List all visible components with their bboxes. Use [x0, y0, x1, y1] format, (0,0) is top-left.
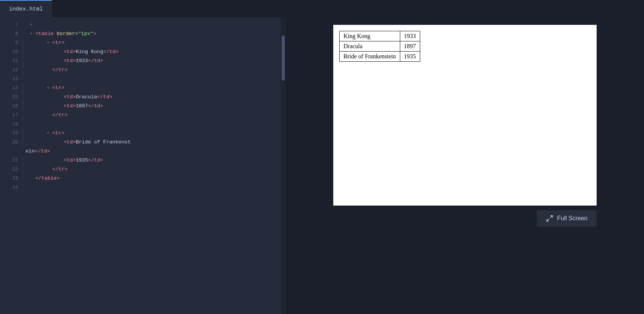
code-token: <td>: [64, 138, 76, 147]
code-line: </tr>: [23, 111, 281, 120]
preview-table-year: 1933: [400, 31, 420, 41]
code-token: <tr>: [52, 84, 64, 93]
code-token: "1px": [78, 29, 93, 38]
tab-label: index.html: [9, 6, 43, 12]
code-token: 1933: [76, 56, 88, 66]
line-number: 7: [15, 20, 18, 29]
code-line: ▼<tr>: [23, 84, 281, 93]
code-token: <tr>: [52, 129, 64, 138]
code-line: <td>Dracula</td>: [23, 93, 281, 102]
line-number: 21: [12, 156, 18, 165]
line-number: 12: [12, 66, 18, 75]
line-number: 14: [12, 84, 18, 93]
code-line: </table>: [23, 174, 281, 183]
line-number: 11: [12, 56, 18, 66]
editor-panel: 789101112131415161718192021222324 ▼▼<tab…: [0, 17, 286, 314]
line-number: 17: [12, 111, 18, 120]
code-token: </td>: [88, 156, 103, 165]
code-token: <tr>: [52, 38, 64, 47]
fold-arrow-icon[interactable]: ▼: [47, 129, 52, 138]
line-number: 24: [12, 183, 18, 192]
code-area[interactable]: ▼▼<table border="1px">▼<tr><td>King Kong…: [23, 17, 281, 314]
code-line: ▼<tr>: [23, 38, 281, 47]
code-line: <td>1935</td>: [23, 156, 281, 165]
line-number: 16: [12, 102, 18, 111]
preview-table-row: Bride of Frankenstein1935: [340, 52, 420, 62]
line-number: 8: [15, 29, 18, 38]
code-line: <td>King Kong</td>: [23, 47, 281, 56]
fullscreen-label: Full Screen: [557, 215, 588, 222]
tab-bar: index.html: [0, 0, 644, 17]
code-token: King Kong: [76, 47, 103, 56]
code-line: <td>1897</td>: [23, 102, 281, 111]
code-token: </td>: [103, 47, 118, 56]
preview-table-title: Bride of Frankenstein: [340, 52, 400, 62]
tab-index-html[interactable]: index.html: [0, 0, 52, 17]
line-number: 9: [15, 38, 18, 47]
preview-table-row: King Kong1933: [340, 31, 420, 41]
code-token: </tr>: [52, 111, 68, 120]
preview-table-title: Dracula: [340, 41, 400, 52]
code-token: 1897: [76, 102, 88, 111]
code-token: <table: [35, 29, 57, 38]
code-line: <td>1933</td>: [23, 56, 281, 66]
scrollbar-track[interactable]: [281, 17, 286, 314]
code-token: <td>: [64, 56, 76, 66]
code-line: ▼<tr>: [23, 129, 281, 138]
preview-table-year: 1897: [400, 41, 420, 52]
code-line: [23, 183, 281, 192]
fullscreen-button[interactable]: Full Screen: [537, 210, 597, 227]
main-area: 789101112131415161718192021222324 ▼▼<tab…: [0, 17, 644, 314]
code-line: ein</td>: [23, 147, 281, 156]
preview-table-title: King Kong: [340, 31, 400, 41]
code-line: ▼: [23, 20, 281, 29]
code-line: </tr>: [23, 66, 281, 75]
fullscreen-icon: [546, 215, 553, 222]
code-line: </tr>: [23, 165, 281, 174]
code-token: <td>: [64, 93, 76, 102]
code-line: <td>Bride of Frankenst: [23, 138, 281, 147]
code-token: border: [57, 29, 75, 38]
code-line: ▼<table border="1px">: [23, 29, 281, 38]
code-token: 1935: [76, 156, 88, 165]
line-number: 23: [12, 174, 18, 183]
svg-line-1: [547, 219, 549, 221]
fold-arrow-icon[interactable]: ▼: [47, 38, 52, 47]
preview-table-row: Dracula1897: [340, 41, 420, 52]
code-token: Dracula: [76, 93, 97, 102]
fold-arrow-icon[interactable]: ▼: [30, 20, 35, 29]
line-number: 22: [12, 165, 18, 174]
code-token: </td>: [35, 147, 50, 156]
line-number: 19: [12, 129, 18, 138]
preview-toolbar: Full Screen: [333, 206, 597, 227]
scrollbar-thumb[interactable]: [282, 35, 285, 81]
preview-panel: King Kong1933Dracula1897Bride of Franken…: [286, 17, 644, 314]
preview-table: King Kong1933Dracula1897Bride of Franken…: [339, 31, 420, 62]
fold-arrow-icon[interactable]: ▼: [30, 29, 35, 38]
line-number: 15: [12, 93, 18, 102]
editor-content: 789101112131415161718192021222324 ▼▼<tab…: [0, 17, 286, 314]
line-number: 10: [12, 47, 18, 56]
code-token: <td>: [64, 102, 76, 111]
code-token: <td>: [64, 156, 76, 165]
code-token: </td>: [88, 102, 103, 111]
preview-frame: King Kong1933Dracula1897Bride of Franken…: [333, 25, 597, 206]
code-token: =: [75, 29, 78, 38]
code-line: [23, 75, 281, 84]
code-token: >: [93, 29, 96, 38]
line-number: 18: [12, 120, 18, 129]
line-number: 13: [12, 75, 18, 84]
line-number: 20: [12, 138, 18, 147]
line-numbers: 789101112131415161718192021222324: [0, 17, 23, 314]
code-token: </tr>: [52, 165, 68, 174]
preview-table-year: 1935: [400, 52, 420, 62]
code-token: </tr>: [52, 66, 68, 75]
code-token: Bride of Frankenst: [76, 138, 131, 147]
code-line: [23, 120, 281, 129]
code-token: <td>: [64, 47, 76, 56]
code-token: </table>: [35, 174, 60, 183]
code-token: </td>: [88, 56, 103, 66]
code-token: </td>: [97, 93, 112, 102]
svg-line-0: [550, 216, 553, 218]
fold-arrow-icon[interactable]: ▼: [47, 84, 52, 93]
